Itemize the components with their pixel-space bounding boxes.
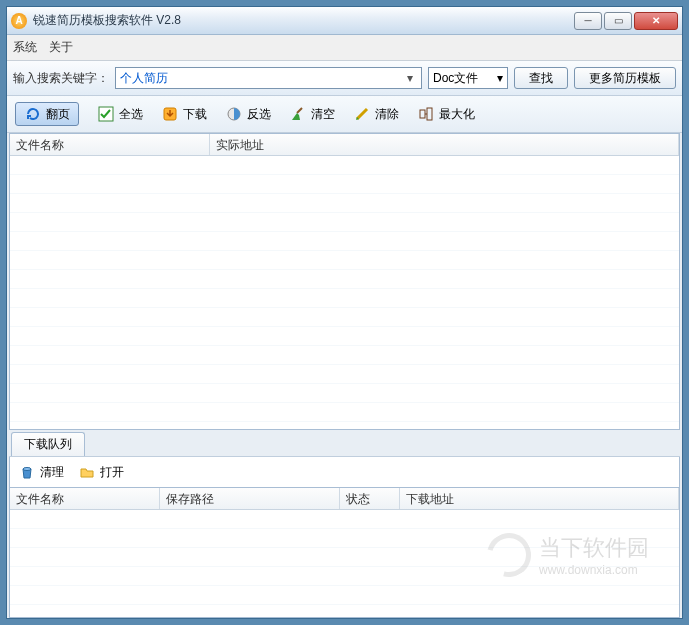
queue-header: 文件名称 保存路径 状态 下载地址 — [10, 488, 679, 510]
menu-about[interactable]: 关于 — [49, 39, 73, 56]
queue-table[interactable]: 文件名称 保存路径 状态 下载地址 当下软件园 www.downxia.com — [9, 488, 680, 618]
invert-icon — [225, 105, 243, 123]
close-button[interactable]: ✕ — [634, 12, 678, 30]
menubar: 系统 关于 — [7, 35, 682, 61]
watermark-logo-icon — [479, 525, 539, 585]
maximize-button[interactable]: ▭ — [604, 12, 632, 30]
svg-rect-3 — [420, 110, 425, 118]
more-templates-button[interactable]: 更多简历模板 — [574, 67, 676, 89]
bin-icon — [18, 463, 36, 481]
window-title: 锐速简历模板搜索软件 V2.8 — [33, 12, 574, 29]
chevron-down-icon[interactable]: ▾ — [403, 71, 417, 85]
queue-toolbar: 清理 打开 — [9, 457, 680, 488]
invert-button[interactable]: 反选 — [225, 105, 271, 123]
selectall-button[interactable]: 全选 — [97, 105, 143, 123]
maximize-tool-button[interactable]: 最大化 — [417, 105, 475, 123]
folder-icon — [78, 463, 96, 481]
open-button[interactable]: 打开 — [78, 463, 124, 481]
page-button[interactable]: 翻页 — [15, 102, 79, 126]
toolbar: 翻页 全选 下载 反选 清空 清除 最大化 — [7, 96, 682, 133]
tab-download-queue[interactable]: 下载队列 — [11, 432, 85, 456]
svg-point-5 — [23, 468, 31, 471]
qcol-status[interactable]: 状态 — [340, 488, 400, 509]
results-header: 文件名称 实际地址 — [10, 134, 679, 156]
clear-icon — [353, 105, 371, 123]
refresh-icon — [24, 105, 42, 123]
search-bar: 输入搜索关键字： ▾ Doc文件 ▾ 查找 更多简历模板 — [7, 61, 682, 96]
svg-rect-4 — [427, 108, 432, 120]
filetype-value: Doc文件 — [433, 70, 478, 87]
col-url[interactable]: 实际地址 — [210, 134, 679, 155]
queue-body[interactable]: 当下软件园 www.downxia.com — [10, 510, 679, 617]
clear-button[interactable]: 清除 — [353, 105, 399, 123]
chevron-down-icon: ▾ — [497, 71, 503, 85]
download-button[interactable]: 下载 — [161, 105, 207, 123]
qcol-path[interactable]: 保存路径 — [160, 488, 340, 509]
app-icon: A — [11, 13, 27, 29]
cleanup-button[interactable]: 清理 — [18, 463, 64, 481]
watermark: 当下软件园 www.downxia.com — [487, 533, 649, 577]
expand-icon — [417, 105, 435, 123]
qcol-url[interactable]: 下载地址 — [400, 488, 679, 509]
results-table[interactable]: 文件名称 实际地址 — [9, 133, 680, 430]
broom-icon — [289, 105, 307, 123]
empty-button[interactable]: 清空 — [289, 105, 335, 123]
col-filename[interactable]: 文件名称 — [10, 134, 210, 155]
download-icon — [161, 105, 179, 123]
filetype-select[interactable]: Doc文件 ▾ — [428, 67, 508, 89]
check-icon — [97, 105, 115, 123]
app-window: A 锐速简历模板搜索软件 V2.8 ─ ▭ ✕ 系统 关于 输入搜索关键字： ▾… — [6, 6, 683, 619]
minimize-button[interactable]: ─ — [574, 12, 602, 30]
keyword-input[interactable] — [120, 71, 403, 85]
search-label: 输入搜索关键字： — [13, 70, 109, 87]
keyword-combo[interactable]: ▾ — [115, 67, 422, 89]
menu-system[interactable]: 系统 — [13, 39, 37, 56]
find-button[interactable]: 查找 — [514, 67, 568, 89]
titlebar[interactable]: A 锐速简历模板搜索软件 V2.8 ─ ▭ ✕ — [7, 7, 682, 35]
results-body[interactable] — [10, 156, 679, 429]
queue-tabrow: 下载队列 — [9, 430, 680, 457]
qcol-filename[interactable]: 文件名称 — [10, 488, 160, 509]
content-panel: 文件名称 实际地址 下载队列 清理 打开 — [7, 133, 682, 618]
